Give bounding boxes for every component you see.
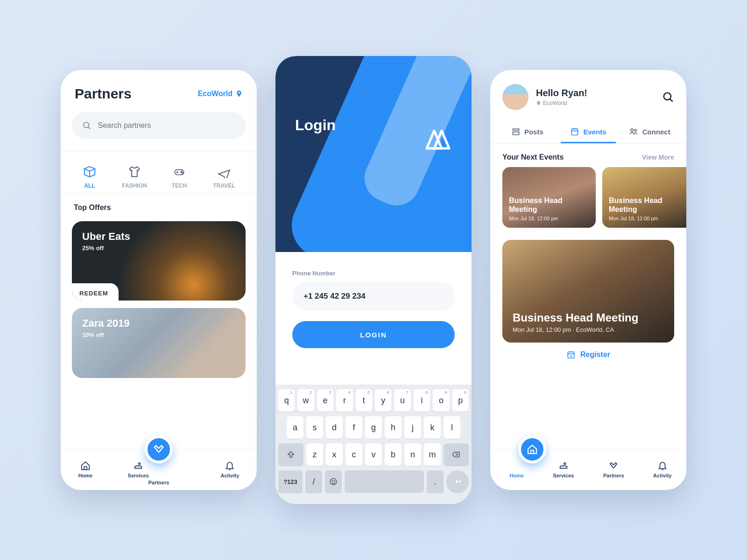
category-fashion[interactable]: FASHION bbox=[118, 165, 151, 189]
spacebar-key[interactable] bbox=[345, 470, 424, 493]
key-m[interactable]: m bbox=[424, 443, 441, 466]
key-k[interactable]: k bbox=[424, 416, 441, 439]
location-chip[interactable]: EcoWorld bbox=[198, 90, 243, 98]
key-e[interactable]: e3 bbox=[317, 389, 333, 412]
svg-rect-14 bbox=[572, 129, 578, 135]
event-card[interactable]: Business Head Meeting Mon Jul 18, 12:00 … bbox=[502, 167, 596, 228]
partners-screen: Partners EcoWorld ALL FASHION TECH TRAVE… bbox=[61, 70, 257, 490]
offer-card-ubereats[interactable]: Uber Eats 25% off REDEEM bbox=[72, 221, 246, 301]
key-u[interactable]: u7 bbox=[394, 389, 410, 412]
key-r[interactable]: r4 bbox=[336, 389, 352, 412]
tab-label: Activity bbox=[221, 473, 240, 478]
hand-icon bbox=[133, 461, 143, 471]
gamepad-icon bbox=[171, 165, 188, 179]
key-a[interactable]: a bbox=[287, 416, 303, 439]
svg-rect-12 bbox=[513, 129, 519, 130]
calendar-star-icon bbox=[566, 350, 576, 359]
phone-value: +1 245 42 29 234 bbox=[303, 292, 366, 301]
tab-label: Activity bbox=[653, 473, 672, 478]
partners-fab[interactable] bbox=[145, 435, 173, 463]
segment-control: Posts Events Connect bbox=[490, 119, 686, 144]
key-s[interactable]: s bbox=[306, 416, 323, 439]
login-button-label: LOGIN bbox=[360, 331, 387, 339]
search-button[interactable] bbox=[662, 91, 674, 103]
key-t[interactable]: t5 bbox=[356, 389, 372, 412]
key-y[interactable]: y6 bbox=[375, 389, 391, 412]
tab-home[interactable]: Home bbox=[78, 461, 93, 478]
calendar-icon bbox=[570, 127, 579, 136]
phone-input[interactable]: +1 245 42 29 234 bbox=[292, 282, 455, 311]
svg-line-11 bbox=[670, 99, 672, 101]
tab-activity[interactable]: Activity bbox=[653, 461, 672, 478]
tab-home[interactable]: Home bbox=[509, 461, 524, 478]
login-button[interactable]: LOGIN bbox=[292, 321, 455, 348]
key-l[interactable]: l bbox=[444, 416, 460, 439]
category-tech[interactable]: TECH bbox=[162, 165, 196, 189]
emoji-key[interactable] bbox=[325, 470, 342, 493]
search-input[interactable] bbox=[98, 121, 235, 130]
event-card[interactable]: Business Head Meeting Mon Jul 18, 12:00 … bbox=[602, 167, 686, 228]
segment-events[interactable]: Events bbox=[561, 121, 616, 143]
tab-activity[interactable]: Activity bbox=[221, 461, 240, 478]
svg-point-9 bbox=[334, 481, 335, 482]
featured-event-card[interactable]: Business Head Meeting Mon Jul 18, 12:00 … bbox=[502, 240, 674, 343]
user-location: EcoWorld bbox=[536, 100, 587, 106]
register-button[interactable]: Register bbox=[490, 343, 686, 361]
category-travel[interactable]: TRAVEL bbox=[207, 165, 241, 189]
tab-label: Partners bbox=[603, 473, 624, 478]
category-movies[interactable]: MOV bbox=[252, 165, 257, 189]
segment-connect[interactable]: Connect bbox=[621, 121, 677, 143]
home-icon bbox=[80, 461, 91, 471]
key-b[interactable]: b bbox=[385, 443, 402, 466]
period-key[interactable]: . bbox=[427, 470, 444, 493]
key-x[interactable]: x bbox=[326, 443, 343, 466]
svg-point-16 bbox=[634, 129, 636, 131]
app-logo-icon bbox=[424, 126, 452, 151]
redeem-button[interactable]: REDEEM bbox=[72, 283, 119, 301]
key-c[interactable]: c bbox=[345, 443, 362, 466]
key-q[interactable]: q1 bbox=[278, 389, 295, 412]
home-fab[interactable] bbox=[518, 435, 546, 463]
view-more-link[interactable]: View More bbox=[642, 154, 674, 161]
slash-key[interactable]: / bbox=[305, 470, 322, 493]
svg-rect-13 bbox=[513, 132, 519, 135]
handshake-icon bbox=[608, 461, 619, 471]
svg-point-15 bbox=[631, 129, 633, 131]
key-i[interactable]: i8 bbox=[414, 389, 430, 412]
key-v[interactable]: v bbox=[365, 443, 382, 466]
location-label: EcoWorld bbox=[198, 90, 233, 98]
key-h[interactable]: h bbox=[385, 416, 402, 439]
tab-services[interactable]: Services bbox=[128, 461, 149, 478]
event-card-row[interactable]: Business Head Meeting Mon Jul 18, 12:00 … bbox=[490, 167, 686, 228]
tab-label: Home bbox=[78, 473, 93, 478]
offer-card-zara[interactable]: Zara 2019 10% off bbox=[72, 308, 246, 378]
symbols-key[interactable]: ?123 bbox=[278, 470, 303, 493]
key-z[interactable]: z bbox=[306, 443, 323, 466]
key-d[interactable]: d bbox=[326, 416, 343, 439]
people-icon bbox=[628, 127, 639, 136]
enter-key[interactable] bbox=[446, 470, 469, 493]
tab-partners[interactable]: Partners bbox=[603, 461, 624, 478]
login-hero: Login bbox=[275, 56, 472, 252]
search-input-wrap[interactable] bbox=[72, 112, 246, 139]
segment-posts[interactable]: Posts bbox=[500, 121, 555, 143]
hand-icon bbox=[558, 461, 569, 471]
shift-key[interactable] bbox=[278, 443, 303, 466]
key-w[interactable]: w2 bbox=[297, 389, 314, 412]
next-events-title: Your Next Events bbox=[502, 153, 564, 161]
tab-services[interactable]: Services bbox=[553, 461, 574, 478]
category-all[interactable]: ALL bbox=[73, 165, 106, 189]
event-title: Business Head Meeting bbox=[509, 196, 589, 214]
backspace-key[interactable] bbox=[444, 443, 469, 466]
key-o[interactable]: o9 bbox=[433, 389, 449, 412]
offer-subtitle: 25% off bbox=[82, 245, 235, 252]
key-f[interactable]: f bbox=[345, 416, 362, 439]
key-n[interactable]: n bbox=[404, 443, 421, 466]
key-g[interactable]: g bbox=[365, 416, 382, 439]
tab-partners-label[interactable]: Partners bbox=[148, 468, 169, 485]
avatar[interactable] bbox=[502, 84, 529, 110]
home-events-screen: Hello Ryan! EcoWorld Posts Events Connec… bbox=[490, 70, 686, 490]
key-p[interactable]: p0 bbox=[452, 389, 469, 412]
key-j[interactable]: j bbox=[404, 416, 421, 439]
greeting-title: Hello Ryan! bbox=[536, 88, 587, 98]
